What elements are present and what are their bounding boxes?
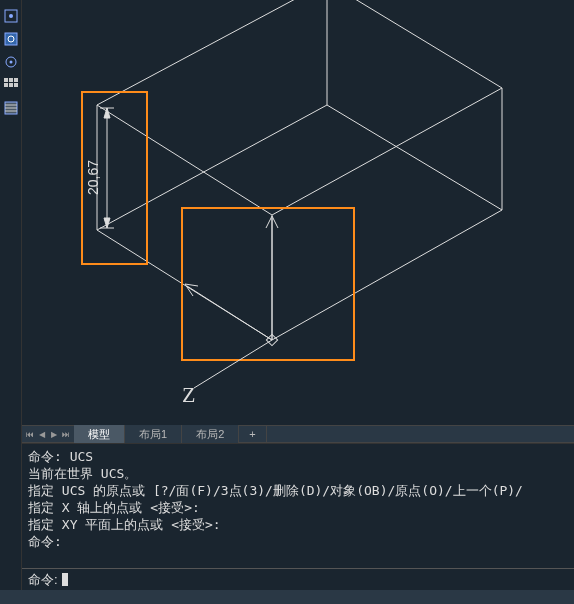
command-prompt: 命令:	[28, 571, 58, 589]
tool-button-1[interactable]	[2, 7, 20, 25]
svg-point-1	[9, 14, 13, 18]
svg-line-23	[272, 88, 502, 215]
cmd-line: 命令:	[28, 533, 568, 550]
drawing-canvas[interactable]: 20,67 Z	[22, 0, 574, 425]
cmd-line: 指定 X 轴上的点或 <接受>:	[28, 499, 568, 516]
svg-rect-8	[14, 78, 18, 82]
svg-point-5	[9, 61, 12, 64]
cmd-line: 命令: UCS	[28, 448, 568, 465]
svg-rect-2	[5, 33, 17, 45]
nav-last-icon[interactable]: ⏭	[60, 428, 72, 440]
cmd-line: 指定 XY 平面上的点或 <接受>:	[28, 516, 568, 533]
svg-rect-10	[9, 83, 13, 87]
command-history: 命令: UCS 当前在世界 UCS。 指定 UCS 的原点或 [?/面(F)/3…	[22, 443, 574, 561]
svg-line-21	[327, 0, 502, 88]
cmd-line: 指定 UCS 的原点或 [?/面(F)/3点(3)/删除(D)/对象(OB)/原…	[28, 482, 568, 499]
svg-line-32	[187, 286, 272, 340]
tool-button-4[interactable]	[2, 76, 20, 94]
tab-model[interactable]: 模型	[74, 425, 125, 444]
z-axis-label: Z	[182, 382, 195, 407]
svg-line-16	[97, 105, 327, 230]
nav-first-icon[interactable]: ⏮	[24, 428, 36, 440]
dimension-value: 20,67	[85, 160, 101, 195]
nav-prev-icon[interactable]: ◀	[36, 428, 48, 440]
cmd-line: 当前在世界 UCS。	[28, 465, 568, 482]
tab-nav-controls: ⏮ ◀ ▶ ⏭	[22, 428, 74, 440]
left-toolbar	[0, 0, 22, 604]
svg-rect-7	[9, 78, 13, 82]
command-input-bar[interactable]: 命令:	[22, 568, 574, 590]
tab-layout1[interactable]: 布局1	[125, 425, 182, 444]
nav-next-icon[interactable]: ▶	[48, 428, 60, 440]
svg-rect-9	[4, 83, 8, 87]
text-cursor-icon	[62, 573, 68, 586]
layout-tab-bar: ⏮ ◀ ▶ ⏭ 模型 布局1 布局2 +	[22, 425, 574, 443]
svg-rect-11	[14, 83, 18, 87]
svg-line-19	[272, 210, 502, 340]
tool-button-3[interactable]	[2, 53, 20, 71]
z-leader-line	[194, 340, 272, 388]
dimension-line	[100, 108, 114, 228]
tool-button-5[interactable]	[2, 99, 20, 117]
ucs-icon	[185, 216, 278, 346]
status-bar	[0, 590, 574, 604]
svg-line-20	[97, 0, 327, 105]
svg-line-22	[97, 105, 272, 215]
cuboid-wireframe	[97, 0, 502, 340]
tab-add[interactable]: +	[239, 426, 266, 442]
svg-rect-6	[4, 78, 8, 82]
svg-line-17	[327, 105, 502, 210]
tool-button-2[interactable]	[2, 30, 20, 48]
tab-layout2[interactable]: 布局2	[182, 425, 239, 444]
